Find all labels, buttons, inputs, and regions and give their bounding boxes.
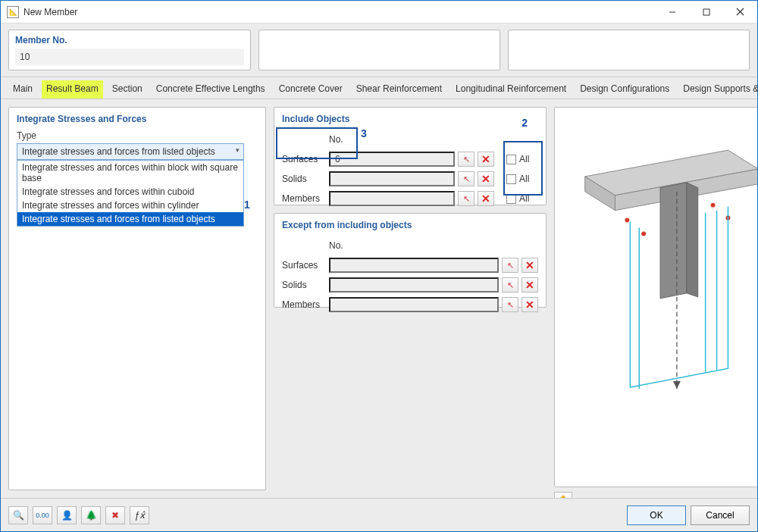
members-label: Members	[282, 193, 326, 204]
members-input[interactable]	[329, 191, 455, 206]
fx-icon: ƒx̂	[134, 510, 145, 521]
except-surfaces-label: Surfaces	[282, 260, 326, 271]
clear-surfaces-button[interactable]: ✕	[478, 152, 494, 167]
include-objects-panel: Include Objects 2 3 No. Surfaces	[274, 107, 547, 205]
svg-marker-8	[687, 183, 698, 297]
surfaces-input[interactable]	[329, 152, 455, 167]
annotation-1: 1	[244, 199, 250, 211]
type-select[interactable]: Integrate stresses and forces from liste…	[17, 143, 244, 160]
tab-section[interactable]: Section	[108, 80, 147, 99]
svg-marker-14	[673, 381, 681, 389]
pick-icon: ↖	[463, 194, 470, 204]
member-no-input[interactable]	[15, 49, 244, 65]
header-panel-2	[258, 30, 500, 70]
integrate-title: Integrate Stresses and Forces	[17, 114, 258, 124]
pick-members-button[interactable]: ↖	[458, 191, 475, 206]
type-option[interactable]: Integrate stresses and forces within blo…	[17, 161, 243, 185]
pick-except-solids-button[interactable]: ↖	[502, 277, 518, 293]
except-solids-input[interactable]	[329, 277, 499, 293]
header-panel-3	[508, 30, 750, 70]
pick-icon: ↖	[463, 155, 470, 164]
except-members-label: Members	[282, 299, 326, 310]
pick-solids-button[interactable]: ↖	[458, 171, 475, 186]
members-all-checkbox[interactable]: All	[506, 193, 538, 204]
titlebar: 📐 New Member	[1, 1, 757, 23]
pick-icon: ↖	[463, 174, 470, 184]
tab-design-supports-deflection[interactable]: Design Supports & Deflection	[678, 80, 758, 99]
clear-icon: ✕	[481, 153, 490, 165]
svg-rect-1	[703, 9, 709, 15]
type-option[interactable]: Integrate stresses and forces within cyl…	[17, 199, 243, 212]
except-title: Except from including objects	[282, 220, 538, 230]
annotation-3: 3	[361, 127, 367, 139]
tab-concrete-cover[interactable]: Concrete Cover	[274, 80, 347, 99]
pick-except-members-button[interactable]: ↖	[502, 297, 518, 312]
except-objects-panel: Except from including objects No. Surfac…	[274, 213, 547, 308]
maximize-button[interactable]	[689, 1, 723, 23]
pick-surfaces-button[interactable]: ↖	[458, 152, 475, 167]
tab-strip: Main Result Beam Section Concrete Effect…	[1, 77, 757, 99]
clear-except-solids-button[interactable]: ✕	[522, 277, 538, 293]
surfaces-label: Surfaces	[282, 154, 326, 164]
fx-button[interactable]: ƒx̂	[130, 506, 149, 524]
magnifier-icon: 🔍	[13, 510, 24, 521]
except-members-input[interactable]	[329, 297, 499, 312]
include-title: Include Objects	[282, 114, 538, 124]
close-icon	[736, 8, 744, 16]
pick-icon: ↖	[507, 300, 514, 310]
clear-solids-button[interactable]: ✕	[478, 171, 494, 186]
unpick-button[interactable]: ✖	[105, 506, 125, 524]
unpick-icon: ✖	[111, 510, 119, 521]
solids-all-checkbox[interactable]: All	[506, 174, 538, 184]
section-preview-icon	[555, 108, 757, 487]
preview-panel	[554, 107, 757, 487]
app-icon: 📐	[7, 6, 19, 18]
clear-icon: ✕	[481, 192, 490, 205]
svg-point-9	[625, 218, 629, 223]
tab-main[interactable]: Main	[8, 80, 37, 99]
tab-longitudinal-reinforcement[interactable]: Longitudinal Reinforcement	[451, 80, 571, 99]
except-solids-label: Solids	[282, 280, 326, 290]
solids-input[interactable]	[329, 171, 455, 186]
clear-except-surfaces-button[interactable]: ✕	[522, 258, 538, 273]
maximize-icon	[703, 8, 710, 16]
preview-tool-button[interactable]: ✋	[554, 492, 572, 498]
help-button[interactable]: 🔍	[8, 506, 28, 524]
type-label: Type	[17, 130, 258, 141]
integrate-panel: Integrate Stresses and Forces Type Integ…	[8, 107, 266, 490]
clear-icon: ✕	[525, 259, 534, 271]
window-title: New Member	[23, 7, 77, 17]
annotation-2: 2	[522, 117, 528, 129]
tree-icon: 🌲	[86, 510, 97, 521]
close-button[interactable]	[723, 1, 757, 23]
svg-marker-7	[660, 183, 687, 299]
tab-result-beam[interactable]: Result Beam	[42, 80, 103, 99]
member-no-panel: Member No.	[8, 30, 251, 70]
minimize-button[interactable]	[655, 1, 689, 23]
pick-except-surfaces-button[interactable]: ↖	[502, 258, 518, 273]
units-button[interactable]: 0.00	[33, 506, 52, 524]
except-surfaces-input[interactable]	[329, 258, 499, 273]
tab-concrete-effective-lengths[interactable]: Concrete Effective Lengths	[152, 80, 270, 99]
type-option-selected[interactable]: Integrate stresses and forces from liste…	[17, 212, 243, 226]
ok-button[interactable]: OK	[627, 505, 686, 525]
solids-label: Solids	[282, 174, 326, 184]
surfaces-all-checkbox[interactable]: All	[506, 154, 538, 164]
member-no-label: Member No.	[15, 35, 244, 45]
clear-members-button[interactable]: ✕	[478, 191, 494, 206]
content-area: Integrate Stresses and Forces Type Integ…	[1, 99, 757, 498]
pick-icon: ↖	[507, 261, 514, 271]
no-header: No.	[329, 134, 352, 145]
tab-shear-reinforcement[interactable]: Shear Reinforcement	[352, 80, 446, 99]
minimize-icon	[669, 8, 676, 16]
view-button[interactable]: 👤	[57, 506, 77, 524]
type-option[interactable]: Integrate stresses and forces within cub…	[17, 185, 243, 199]
cancel-button[interactable]: Cancel	[691, 505, 750, 525]
clear-except-members-button[interactable]: ✕	[522, 297, 538, 312]
person-icon: 👤	[61, 510, 73, 521]
type-options-list[interactable]: Integrate stresses and forces within blo…	[17, 160, 244, 227]
svg-point-10	[711, 203, 716, 208]
tree-button[interactable]: 🌲	[81, 506, 101, 524]
tab-design-configurations[interactable]: Design Configurations	[575, 80, 674, 99]
clear-icon: ✕	[481, 173, 490, 185]
